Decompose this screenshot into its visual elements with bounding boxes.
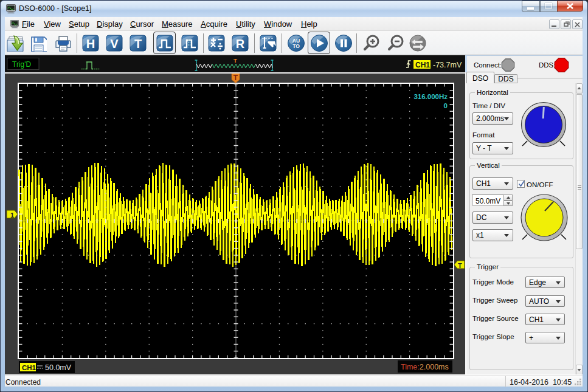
svg-text:316.000Hz: 316.000Hz	[413, 93, 448, 100]
svg-text:CH1: CH1	[22, 364, 36, 371]
svg-text:T: T	[458, 262, 462, 269]
svg-text:-73.7mV: -73.7mV	[433, 61, 462, 69]
svg-text:1: 1	[10, 211, 14, 219]
svg-text:T: T	[134, 37, 142, 50]
svg-text:Time:2.000ms: Time:2.000ms	[401, 363, 449, 371]
svg-text:Trig'D: Trig'D	[12, 60, 32, 69]
svg-text:0: 0	[444, 102, 448, 109]
svg-text:R: R	[236, 37, 245, 50]
svg-text:V: V	[110, 37, 119, 50]
svg-text:50.0mV: 50.0mV	[45, 363, 72, 372]
svg-text:CH1: CH1	[415, 61, 430, 69]
svg-text:T: T	[233, 57, 237, 64]
svg-text:H: H	[86, 37, 95, 50]
svg-text:TO: TO	[292, 43, 300, 49]
